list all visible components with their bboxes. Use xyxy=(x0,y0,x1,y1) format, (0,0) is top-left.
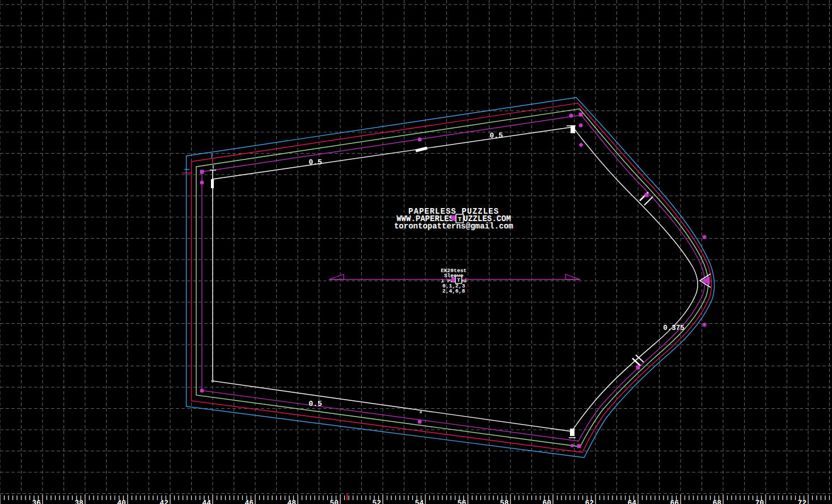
node-circle[interactable] xyxy=(418,420,422,424)
ruler-label: 60 xyxy=(542,499,551,504)
grain-arrow-right xyxy=(565,274,580,279)
text-tool-glyph: T xyxy=(457,277,461,283)
node-circle[interactable] xyxy=(200,389,204,393)
node-circle[interactable] xyxy=(579,124,583,128)
ruler-label: 56 xyxy=(457,499,466,504)
node-circle[interactable] xyxy=(569,114,573,118)
ruler-label: 66 xyxy=(670,499,679,504)
corner-notch-bar xyxy=(211,179,214,188)
ruler-label: 40 xyxy=(117,499,126,504)
node-circle[interactable] xyxy=(571,444,574,447)
grain-arrow-left xyxy=(329,274,344,279)
ruler-label: 70 xyxy=(755,499,764,504)
ruler-label: 68 xyxy=(712,499,721,504)
star-marker[interactable] xyxy=(702,235,707,239)
node-diamond[interactable] xyxy=(578,142,583,147)
seam-label-top-left: 0.5 xyxy=(309,158,322,167)
brand-email: torontopatterns@gmail.com xyxy=(394,222,513,231)
text-anchor-point[interactable] xyxy=(451,277,455,282)
ruler-label: 38 xyxy=(74,499,83,504)
node-dot-gray[interactable] xyxy=(420,411,422,413)
bottom-right-notch xyxy=(570,429,575,436)
piece-grade-row2: 2,4,6,8 xyxy=(442,288,465,294)
ruler-label: 64 xyxy=(627,499,636,504)
ruler-label: 46 xyxy=(244,499,254,504)
ruler-label: 48 xyxy=(287,499,296,504)
ruler-label: 50 xyxy=(330,499,339,504)
node-square[interactable] xyxy=(645,193,649,197)
ruler-label: 42 xyxy=(159,499,168,504)
bottom-ruler: 36384042444648505254565860626466687072 xyxy=(0,494,830,504)
text-tool-glyph: T xyxy=(458,216,462,223)
ruler-label: 44 xyxy=(202,499,211,504)
star-marker[interactable] xyxy=(702,323,707,327)
drafting-canvas[interactable]: PAPERLESS PUZZLES WWW.PAPERLESSPUZZLES.C… xyxy=(0,0,832,504)
ruler-label: 54 xyxy=(415,499,424,504)
cap-notch-lower-2 xyxy=(636,355,644,362)
ruler-label: 36 xyxy=(32,499,41,504)
cap-notch-upper-2 xyxy=(644,197,653,205)
ruler-label: 52 xyxy=(372,499,381,504)
seam-label-bottom: 0.5 xyxy=(309,400,322,408)
node-square[interactable] xyxy=(579,113,583,117)
seam-label-top-right: 0.5 xyxy=(489,132,503,140)
cap-v-notch-arrow xyxy=(702,277,709,285)
ruler-label: 62 xyxy=(585,499,594,504)
ruler-label: 58 xyxy=(500,499,509,504)
node-dot-gray[interactable] xyxy=(212,380,214,383)
node-square[interactable] xyxy=(200,170,204,174)
seam-label-cap: 0.375 xyxy=(663,324,685,332)
node-circle[interactable] xyxy=(200,181,204,185)
top-right-notch xyxy=(571,125,575,133)
pattern-scene: PAPERLESS PUZZLES WWW.PAPERLESSPUZZLES.C… xyxy=(0,0,832,504)
ruler-label: 72 xyxy=(797,499,806,504)
node-circle[interactable] xyxy=(418,138,422,142)
text-anchor-point[interactable] xyxy=(451,215,455,221)
node-square[interactable] xyxy=(577,444,581,448)
node-square[interactable] xyxy=(636,366,640,370)
